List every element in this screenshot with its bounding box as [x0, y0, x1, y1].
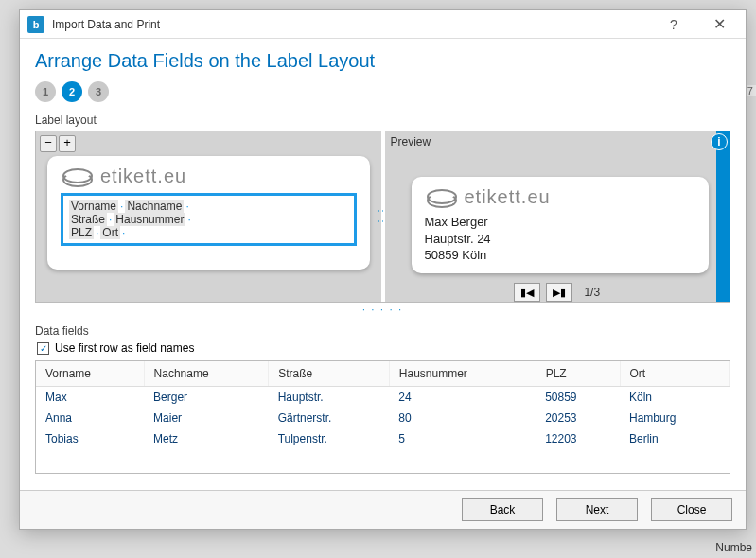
col-nachname[interactable]: Nachname	[144, 361, 269, 387]
next-button[interactable]: Next	[556, 498, 638, 521]
col-strasse[interactable]: Straße	[269, 361, 390, 387]
preview-line-1: Max Berger	[425, 214, 696, 231]
wizard-steps: 1 2 3	[35, 81, 730, 102]
table-row[interactable]: TobiasMetzTulpenstr.512203Berlin	[36, 428, 730, 449]
first-row-checkbox-label[interactable]: Use first row as field names	[55, 341, 194, 355]
window-title: Import Data and Print	[52, 18, 647, 31]
step-2[interactable]: 2	[62, 81, 82, 102]
page-title: Arrange Data Fields on the Label Layout	[35, 50, 730, 72]
col-vorname[interactable]: Vorname	[36, 361, 144, 387]
label-canvas[interactable]: etikett.eu Vorname·Nachname· Straße·Haus…	[47, 156, 370, 270]
preview-scrollbar[interactable]	[716, 131, 730, 302]
step-3[interactable]: 3	[88, 81, 109, 102]
logo-text: etikett.eu	[465, 186, 551, 208]
record-counter: 1/3	[584, 286, 600, 299]
col-ort[interactable]: Ort	[620, 361, 730, 387]
col-plz[interactable]: PLZ	[536, 361, 620, 387]
zoom-out-button[interactable]: −	[40, 135, 57, 152]
button-bar: Back Next Close	[20, 490, 746, 529]
first-row-checkbox[interactable]	[37, 342, 49, 355]
step-1[interactable]: 1	[35, 81, 56, 102]
next-record-button[interactable]: ▶▮	[546, 283, 572, 302]
close-button[interactable]: Close	[651, 498, 732, 521]
zoom-in-button[interactable]: +	[59, 135, 76, 152]
preview-line-3: 50859 Köln	[425, 247, 696, 264]
table-row[interactable]: AnnaMaierGärtnerstr.8020253Hamburg	[36, 408, 730, 428]
preview-line-2: Hauptstr. 24	[425, 231, 696, 248]
table-row[interactable]: MaxBergerHauptstr.2450859Köln	[36, 387, 730, 409]
logo-text: etikett.eu	[100, 166, 186, 187]
preview-header: Preview	[385, 131, 730, 152]
preview-card: etikett.eu Max Berger Hauptstr. 24 50859…	[412, 177, 710, 273]
data-table[interactable]: Vorname Nachname Straße Hausnummer PLZ O…	[35, 360, 730, 474]
field-editor[interactable]: Vorname·Nachname· Straße·Hausnummer· PLZ…	[61, 193, 357, 246]
logo-icon	[425, 187, 457, 208]
logo-icon	[61, 166, 93, 187]
back-button[interactable]: Back	[462, 498, 543, 521]
col-hausnummer[interactable]: Hausnummer	[389, 361, 536, 387]
preview-panel: i Preview etikett.eu Max Berger Hauptstr…	[385, 131, 730, 302]
layout-preview-row: − + etikett.eu Vorname·Nachname· Straße·…	[35, 131, 730, 303]
close-icon[interactable]: ✕	[700, 15, 738, 33]
layout-panel: − + etikett.eu Vorname·Nachname· Straße·…	[36, 131, 381, 302]
app-icon: b	[27, 16, 44, 33]
label-layout-header: Label layout	[35, 113, 730, 127]
background-label: Numbe	[715, 541, 752, 554]
help-button[interactable]: ?	[655, 17, 693, 32]
prev-record-button[interactable]: ▮◀	[514, 283, 540, 302]
import-wizard-dialog: b Import Data and Print ? ✕ Arrange Data…	[19, 9, 747, 530]
titlebar[interactable]: b Import Data and Print ? ✕	[20, 10, 746, 39]
info-icon[interactable]: i	[711, 133, 728, 150]
horizontal-splitter[interactable]: · · · · ·	[35, 305, 730, 315]
data-fields-header: Data fields	[35, 324, 730, 338]
